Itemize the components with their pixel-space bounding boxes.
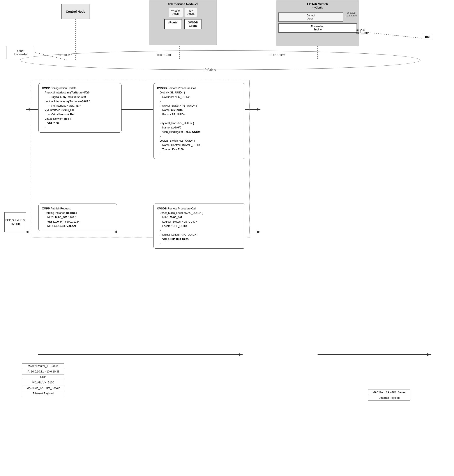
xmpp-pub-l1: Routing Instance Red:Red: [42, 211, 114, 215]
packet-cell: Ethernet Payload: [22, 391, 64, 396]
diagram-container: Control Node ToR Service Node #1 vRouter…: [0, 0, 454, 476]
xmpp-config-box: XMPP Configuration Update Physical Inter…: [38, 83, 121, 133]
packet-row: MAC: vRouter_1→Fabric: [22, 364, 64, 369]
ovsdb-rpc-bottom-box: OVSDB Remote Procedure Call Ucast_Macs_L…: [153, 203, 245, 249]
xmpp-line9: }: [42, 125, 118, 130]
packet-cell: Ethernet Payload: [368, 395, 410, 401]
tor-service-node: ToR Service Node #1 vRouterAgent ToRAgen…: [149, 0, 217, 45]
packet-row: Ethernet Payload: [368, 395, 410, 401]
packet-cell: IP: 10.0.10.11→10.0.10.33: [22, 369, 64, 374]
xmpp-pub-title-rest: Publish Request: [50, 207, 70, 210]
ovsdb-t7: }: [157, 117, 242, 121]
tor-service-title: ToR Service Node #1: [151, 2, 214, 6]
l2-tor-title: L2 ToR Switch: [278, 2, 357, 6]
xmpp-config-title-rest: Configuration Update: [50, 87, 76, 90]
ip-fabric-label: IP Fabric: [204, 68, 216, 71]
xmpp-pub-l3: VNI 5100, RT: 65001:1234: [42, 220, 114, 224]
ovsdb-t5: Name: myTorito: [157, 108, 242, 112]
bm-ip-label: 10.2.2.104: [356, 31, 368, 35]
vrouter-box: vRouter: [164, 19, 182, 29]
forwarding-engine-box: ForwardingEngine: [278, 23, 357, 33]
l2-tor-node: L2 ToR Switch myTorito ControlAgent xe-0…: [276, 0, 359, 46]
packet-cell: MAC Red_1A→BM_Server: [368, 390, 410, 395]
xmpp-line8: VNI 5100: [42, 121, 118, 125]
l2-tor-subtitle: myTorito: [278, 6, 357, 9]
svg-marker-9: [257, 108, 261, 111]
xmpp-pub-l4: NH 10.0.10.33, VXLAN: [42, 224, 114, 228]
packet-right: MAC Red_1A→BM_Server Ethernet Payload: [368, 390, 410, 401]
bm-box: BM: [423, 34, 432, 39]
ovsdb-bot-title: OVSDB: [157, 207, 167, 210]
svg-marker-18: [257, 231, 261, 233]
svg-marker-11: [26, 108, 30, 111]
ovsdb-bot-title-rest: Remote Procedure Call: [167, 207, 196, 210]
ovsdb-top-title: OVSDB: [157, 87, 167, 90]
ovsdb-client-box: OVSDBClient: [184, 19, 201, 29]
ovsdb-b1: Ucast_Macs_Local <MAC_UUID> {: [157, 211, 242, 215]
xmpp-pub-title: XMPP: [42, 207, 50, 210]
ovsdb-t4: Physical_Switch <PS_UUID> {: [157, 104, 242, 108]
ovsdb-t8: Physical_Port <PP_UUID> {: [157, 121, 242, 125]
ovsdb-t15: }: [157, 152, 242, 156]
ovsdb-t6: Ports: <PP_UUID>: [157, 112, 242, 117]
packet-row: MAC Red_1A→BM_Server: [22, 385, 64, 391]
packet-cell: VXLAN: VNI 5100: [22, 380, 64, 385]
vrouter-agent-box: vRouterAgent: [169, 8, 183, 17]
tor-agent-box: ToRAgent: [185, 8, 197, 17]
xmpp-line3: Logical Interface myTorito:xe-0/0/0.0: [42, 99, 118, 104]
packet-cell: MAC Red_1A→BM_Server: [22, 385, 64, 391]
ip-label-node: 10.2.2.104: [345, 14, 357, 17]
ovsdb-t1: Global <GL_UUID> {: [157, 90, 242, 95]
packet-row: VXLAN: VNI 5100: [22, 380, 64, 385]
ovsdb-b2: MAC: MAC_BM: [157, 215, 242, 220]
xmpp-publish-box: XMPP Publish Request Routing Instance Re…: [38, 203, 117, 231]
packet-left: MAC: vRouter_1→Fabric IP: 10.0.10.11→10.…: [22, 363, 64, 396]
ovsdb-b6: Physical_Locator <PL_UUID> {: [157, 233, 242, 237]
svg-marker-20: [239, 353, 243, 356]
xe-label: xe-0/0/0: [356, 29, 368, 31]
control-agent-box: ControlAgent: [278, 13, 343, 22]
ovsdb-top-title-rest: Remote Procedure Call: [167, 87, 196, 90]
packet-row: UDP: [22, 374, 64, 380]
packet-cell: UDP: [22, 374, 64, 380]
packet-cell: MAC: vRouter_1→Fabric: [22, 364, 64, 369]
control-node-label: Control Node: [66, 10, 85, 13]
xmpp-line7: Virtual Network Red {: [42, 117, 118, 121]
ovsdb-t2: Switches: <PS_UUID>: [157, 95, 242, 99]
packet-row: Ethernet Payload: [22, 391, 64, 396]
xmpp-config-title: XMPP: [42, 87, 50, 90]
xmpp-line4: ↔ VM Interface <vNIC_ID>: [42, 104, 118, 108]
ovsdb-b8: }: [157, 241, 242, 246]
xmpp-line6: ↔ Virtual Network Red: [42, 112, 118, 117]
packet-row: IP: 10.0.10.11→10.0.10.33: [22, 369, 64, 374]
bgp-label: BGP or XMPP or OVSDB: [5, 218, 26, 226]
ovsdb-b4: Locator: <PL_UUID>: [157, 224, 242, 228]
xmpp-line1: Physical Interface myTorito:xe-0/0/0: [42, 90, 118, 95]
ovsdb-t9: Name: xe-0/0/0: [157, 125, 242, 130]
ovsdb-t3: }: [157, 99, 242, 104]
ovsdb-b7: VXLAN IP 10.0.10.33: [157, 237, 242, 241]
xmpp-pub-l2: NLRI: MAC_BM:0.0.0.0: [42, 215, 114, 220]
svg-marker-22: [427, 353, 431, 356]
l2-interface-labels: xe-0/0/0 10.2.2.104: [356, 29, 368, 35]
xmpp-line2: ↔ Logical I. myTorito:xe-0/0/0.0: [42, 95, 118, 99]
interface-label: xe-0/0/0: [347, 12, 356, 14]
ovsdb-t12: Logical_Switch <LS_UUID> {: [157, 139, 242, 143]
ovsdb-b5: }: [157, 228, 242, 233]
bgp-box: BGP or XMPP or OVSDB: [4, 212, 26, 232]
packet-row: MAC Red_1A→BM_Server: [368, 390, 410, 395]
ovsdb-t11: }: [157, 134, 242, 139]
control-node: Control Node: [61, 4, 90, 19]
ip-fabric-ellipse: [20, 50, 421, 70]
ovsdb-rpc-top-box: OVSDB Remote Procedure Call Global <GL_U…: [153, 83, 245, 159]
ovsdb-t10: Vlan_Bindings: 0→<LS_UUID>: [157, 130, 242, 134]
ovsdb-t13: Name: Contrail-<NAME_UUID>: [157, 143, 242, 147]
xmpp-line5: VM Interface <vNIC_ID>: [42, 108, 118, 112]
ovsdb-b3: Logical_Switch: <LS_UUID>: [157, 220, 242, 224]
ovsdb-t14: Tunnel_Key 5100: [157, 147, 242, 152]
